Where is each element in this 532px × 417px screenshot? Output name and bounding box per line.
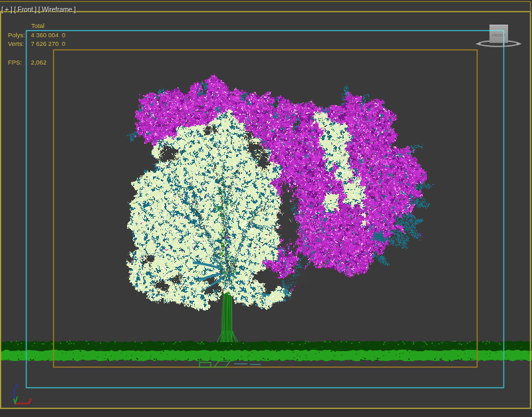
svg-text:X: X	[29, 397, 33, 403]
svg-text:Z: Z	[15, 383, 19, 389]
